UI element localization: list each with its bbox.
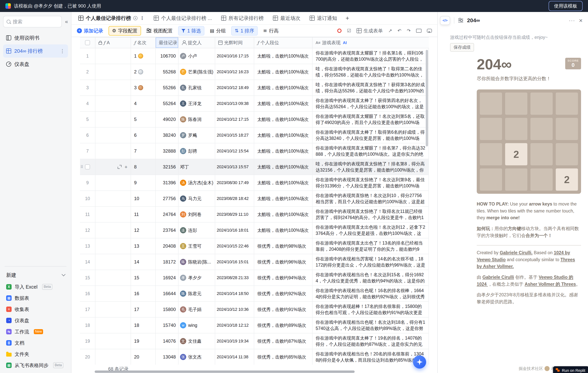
cell-time[interactable]: 2023/08/28 21:33 — [215, 270, 254, 286]
cell-submitter[interactable]: 王王泽龙 — [178, 96, 215, 111]
select-all-cell[interactable] — [80, 38, 95, 48]
row-index-cell[interactable]: 18 — [80, 318, 95, 333]
cell-rank[interactable]: 9 — [131, 175, 156, 190]
cell-performance[interactable]: 你在游戏中的表现简直太惊艳了！取得名次11就已经很厉害了，得到24764的高分。… — [313, 207, 429, 222]
column-header[interactable]: 最佳记录 — [156, 38, 178, 48]
column-header[interactable]: 光辉时间 — [215, 38, 254, 48]
cell-a[interactable] — [95, 270, 131, 286]
cell-tier[interactable]: 太酷啦，击败约100%场次 — [254, 112, 313, 127]
cell-a[interactable] — [95, 238, 131, 254]
cell-submitter[interactable]: 张张文杰 — [178, 349, 215, 365]
panel-sliders-icon[interactable] — [458, 18, 463, 23]
sidebar-item[interactable]: 仪表盘 — [3, 58, 68, 71]
field-config-button[interactable]: ⚙ 字段配置 — [109, 26, 141, 36]
cell-rank[interactable]: 18 — [131, 318, 156, 333]
cell-submitter[interactable]: 陈陈晓岩(陈... — [178, 254, 215, 270]
cell-a[interactable] — [95, 80, 131, 95]
run-on-replit-badge[interactable]: Run on Replit — [553, 366, 588, 373]
column-header[interactable]: 提交人 — [178, 38, 215, 48]
cell-rank[interactable]: 3 — [131, 80, 156, 95]
cell-submitter[interactable]: 孝孝夕夕 — [178, 270, 215, 286]
cell-a[interactable] — [95, 64, 131, 80]
cell-performance[interactable]: 你在游戏中的表现超棒！17名的排名很靠前，15800的得分也相当可观，个人段位还… — [313, 302, 429, 317]
cell-best-score[interactable]: 16924 — [156, 270, 178, 286]
cell-a[interactable] — [95, 318, 131, 333]
cell-rank[interactable]: 20 — [131, 349, 156, 365]
sidebar-create-item[interactable]: X导入 ExcelBeta — [3, 281, 68, 292]
cell-best-score[interactable]: 16644 — [156, 286, 178, 301]
cell-rank[interactable]: 11 — [131, 207, 156, 222]
cell-tier[interactable]: 太酷啦，击败约100%场次 — [254, 127, 313, 143]
add-view-button[interactable]: + — [342, 15, 353, 22]
kebab-icon[interactable]: ⋮ — [140, 15, 145, 21]
cell-a[interactable] — [95, 349, 131, 365]
cell-tier[interactable]: 太酷啦，击败约100%场次 — [254, 48, 313, 64]
row-index-cell[interactable]: 15 — [80, 270, 95, 286]
cell-time[interactable]: 2024/10/16 18:01 — [215, 223, 254, 238]
cell-best-score[interactable]: 14076 — [156, 333, 178, 349]
sidebar-item[interactable]: 204∞ 排行榜⋮ — [3, 44, 68, 58]
task-icon[interactable]: ☑ — [347, 28, 351, 33]
filter-button[interactable]: 1 筛选 — [178, 26, 205, 36]
sidebar-create-item[interactable]: ▦数据表 — [3, 292, 68, 304]
cell-submitter[interactable]: 邓丁 — [178, 159, 215, 175]
table-row[interactable]: 101027756马马力元2023/08/28 18:42太酷啦，击败约100%… — [80, 191, 429, 207]
cell-time[interactable]: 2024/10/19 19:34 — [215, 333, 254, 349]
cell-a[interactable] — [95, 223, 131, 238]
generate-form-button[interactable]: 生成表单 — [357, 28, 383, 34]
cell-a[interactable] — [95, 286, 131, 301]
cell-tier[interactable]: 太酷啦，击败约100%场次 — [254, 159, 313, 175]
cell-time[interactable]: 2024/10/15 22:46 — [215, 238, 254, 254]
row-index-cell[interactable]: 7 — [80, 143, 95, 159]
cell-performance[interactable]: 你在游戏中的表现简直太出色啦！名次达到12，还拿下23764高分，个人段位更是超… — [313, 223, 429, 238]
row-index-cell[interactable]: 20 — [80, 349, 95, 365]
cell-performance[interactable]: 你在游戏中的表现简直太耀眼了！排名第7，得分高达32888，个人段位更是击败约1… — [313, 143, 429, 159]
cell-a[interactable] — [95, 112, 131, 127]
cell-best-score[interactable]: 20408 — [156, 238, 178, 254]
view-tab[interactable]: 个人最佳记录排行榜 ... — [149, 12, 217, 24]
cell-best-score[interactable]: 55268 — [156, 64, 178, 80]
cell-tier[interactable]: 太酷啦，击败约100%场次 — [254, 223, 313, 238]
cell-a[interactable]: + — [95, 159, 131, 175]
cell-submitter[interactable]: 汤汤方杰(金木) — [178, 175, 215, 190]
cell-best-score[interactable]: 27756 — [156, 191, 178, 206]
cell-best-score[interactable]: 49020 — [156, 112, 178, 127]
column-header[interactable]: ƒ名次 — [131, 38, 156, 48]
cell-a[interactable] — [95, 191, 131, 206]
cell-tier[interactable]: 很优秀，击败约94%场次 — [254, 270, 313, 286]
cell-submitter[interactable]: 卢小卢 — [178, 48, 215, 64]
credit-link[interactable]: Gabriele Cirulli — [482, 275, 514, 280]
cell-best-score[interactable]: 106700 — [156, 48, 178, 64]
cell-tier[interactable]: 很优秀，击败约91%场次 — [254, 302, 313, 317]
cell-tier[interactable]: 很优秀，击败约87%场次 — [254, 333, 313, 349]
cell-best-score[interactable]: 38240 — [156, 127, 178, 143]
row-checkbox[interactable] — [85, 164, 90, 169]
record-icon[interactable] — [337, 29, 342, 33]
table-row[interactable]: 11106700卢小卢2024/10/16 17:15太酷啦，击败约100%场次… — [80, 48, 429, 64]
sidebar-item[interactable]: 使用说明书 — [3, 31, 68, 44]
cell-tier[interactable]: 太酷啦，击败约100%场次 — [254, 64, 313, 80]
row-index-cell[interactable]: 14 — [80, 254, 95, 270]
cell-rank[interactable]: 5 — [131, 112, 156, 127]
cell-performance[interactable]: 你在游戏中的表现简直太棒了！取得第6名的好成绩，得分高达38240，个人段位更是… — [313, 127, 429, 143]
cell-time[interactable]: 2024/10/18 12:12 — [215, 318, 254, 333]
cell-submitter[interactable]: 马马力元 — [178, 191, 215, 206]
table-row[interactable]: 3355266孔孔家锐2024/10/12 18:49太酷啦，击败约100%场次… — [80, 80, 429, 96]
game-board[interactable]: 22 — [477, 89, 581, 194]
column-header[interactable]: ƒ个人段位 — [254, 38, 313, 48]
cell-performance[interactable]: 哇，你在游戏中的表现简直太惊艳了！取得第二名的佳绩，得分55268，还能在个人段… — [313, 64, 429, 80]
expand-view-icon[interactable] — [416, 29, 421, 33]
cell-best-score[interactable]: 15740 — [156, 318, 178, 333]
cell-rank[interactable]: 13 — [131, 238, 156, 254]
table-row[interactable]: 151516924孝孝夕夕2023/08/28 21:33很优秀，击败约94%场… — [80, 270, 429, 286]
sidebar-create-item[interactable]: ⇆工作流New — [3, 326, 68, 337]
cell-a[interactable] — [95, 254, 131, 270]
cell-best-score[interactable]: 55264 — [156, 96, 178, 111]
cell-submitter[interactable]: 毛毛子娟 — [178, 302, 215, 317]
cell-submitter[interactable]: wwing — [178, 318, 215, 333]
cell-tier[interactable]: 很优秀，击败约96%场次 — [254, 254, 313, 270]
cell-best-score[interactable]: 13048 — [156, 349, 178, 365]
sidebar-create-item[interactable]: ◔仪表盘 — [3, 315, 68, 326]
cell-rank[interactable]: 15 — [131, 270, 156, 286]
table-row[interactable]: 121223764连连彭2024/10/16 18:01太酷啦，击败约100%场… — [80, 223, 429, 238]
